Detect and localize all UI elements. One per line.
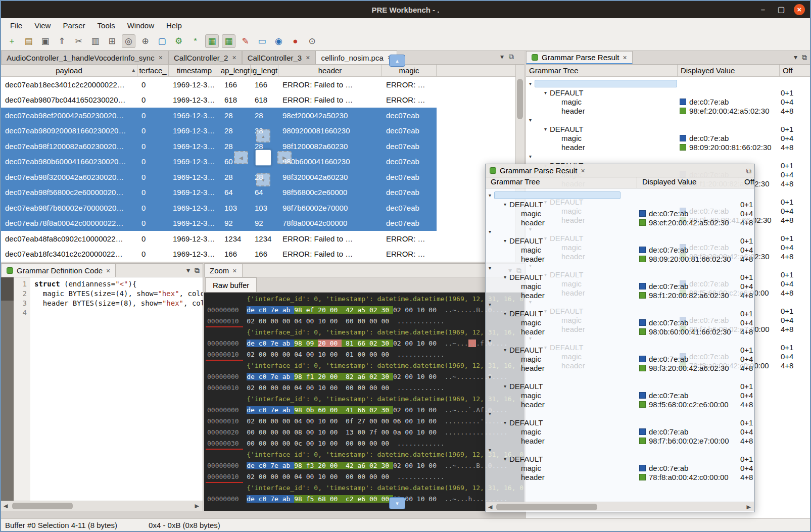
tree-row[interactable]: ▾ xyxy=(486,227,754,236)
tree-row[interactable]: ▾DEFAULT0+1 xyxy=(486,381,754,391)
paste-icon[interactable]: ▥ xyxy=(88,34,102,48)
table-row[interactable]: dec07eab18fc3401c2c20000022…01969-12-3…1… xyxy=(1,247,515,262)
close-button[interactable]: × xyxy=(794,4,805,15)
grid-view-alt-icon[interactable]: ▦ xyxy=(222,34,235,48)
scrollbar-thumb[interactable] xyxy=(496,504,597,510)
tree-row[interactable]: ▾ xyxy=(526,152,810,161)
tree-row[interactable]: ▾DEFAULT0+1 xyxy=(486,454,754,463)
result-titlebar[interactable]: Grammar Parse Result × ▾ ⧉ xyxy=(526,51,810,65)
table-row[interactable]: dec07eab98f7b60002e70000020…01969-12-3…1… xyxy=(1,200,515,216)
screen-icon[interactable]: ▢ xyxy=(155,34,169,48)
expand-chevron-icon[interactable]: ▾ xyxy=(489,302,491,307)
floating-titlebar[interactable]: Grammar Parse Result × ⧉ xyxy=(486,164,754,177)
column-header-ig_lengt[interactable]: ig_lengt xyxy=(251,65,278,76)
tree-row[interactable]: ▾ xyxy=(526,79,810,88)
expand-chevron-icon[interactable]: ▾ xyxy=(504,456,506,462)
column-header-displayed-value[interactable]: Displayed Value xyxy=(678,65,780,76)
scrollbar-thumb[interactable] xyxy=(517,79,523,119)
close-panel-icon[interactable]: × xyxy=(623,54,627,62)
tree-row[interactable]: header98:0b:60:00:41:66:02:304+8 xyxy=(486,327,754,336)
tree-row[interactable]: magicde:c0:7e:ab0+4 xyxy=(526,97,810,106)
doc-tab[interactable]: CallController_3× xyxy=(242,51,316,64)
expand-chevron-icon[interactable]: ▾ xyxy=(504,202,506,207)
tab-close-icon[interactable]: × xyxy=(306,54,310,62)
tree-row[interactable]: ▾ xyxy=(486,300,754,309)
inspect-window-icon[interactable]: ◉ xyxy=(272,34,285,48)
open-window-icon[interactable]: ▭ xyxy=(255,34,269,48)
hex-line[interactable]: 00000000 de c0 7e ab 98 ef 20 00 42 a5 0… xyxy=(204,305,524,316)
tree-row[interactable]: ▾ xyxy=(486,409,754,418)
hex-line[interactable]: 00000010 02 00 00 00 04 00 10 00 0f 27 0… xyxy=(204,416,524,427)
expand-chevron-icon[interactable]: ▾ xyxy=(544,126,547,132)
close-panel-icon[interactable]: × xyxy=(106,267,110,275)
maximize-button[interactable]: ▢ xyxy=(776,4,787,15)
expand-chevron-icon[interactable]: ▾ xyxy=(489,411,491,416)
doc-tab[interactable]: cellinfo_nosim.pca× xyxy=(315,51,397,64)
float-panel-icon[interactable]: ⧉ xyxy=(195,266,200,275)
tree-row[interactable]: magicde:c0:7e:ab0+4 xyxy=(486,281,754,291)
tree-row[interactable]: magicde:c0:7e:ab0+4 xyxy=(526,133,810,142)
code-text-area[interactable]: struct (endianness="<"){ magic BYTES(siz… xyxy=(30,277,203,501)
tree-row[interactable]: ▾DEFAULT0+1 xyxy=(486,309,754,318)
menu-help[interactable]: Help xyxy=(160,20,188,31)
tree-row[interactable]: header98:09:20:00:81:66:02:304+8 xyxy=(526,142,810,152)
tree-row[interactable]: header98:ef:20:00:42:a5:02:304+8 xyxy=(526,106,810,115)
column-header-header[interactable]: header xyxy=(278,65,382,76)
hex-line[interactable]: 00000010 02 00 00 00 04 00 10 00 00 00 0… xyxy=(204,471,524,482)
hex-line[interactable]: 00000000 de c0 7e ab 98 f3 20 00 42 a6 0… xyxy=(204,460,524,471)
column-header-offset[interactable]: Off xyxy=(780,65,810,76)
tree-row[interactable]: magicde:c0:7e:ab0+4 xyxy=(486,463,754,472)
tab-menu-icon[interactable]: ▾ xyxy=(500,53,504,61)
copy-icon[interactable]: ⊞ xyxy=(105,34,119,48)
float-panel-icon[interactable]: ⧉ xyxy=(746,167,751,175)
tree-row[interactable]: ▾DEFAULT0+1 xyxy=(486,200,754,209)
search-icon[interactable]: ⊙ xyxy=(305,34,319,48)
expand-chevron-icon[interactable]: ▾ xyxy=(489,447,491,453)
menu-window[interactable]: Window xyxy=(121,20,160,31)
expand-chevron-icon[interactable]: ▾ xyxy=(529,117,532,123)
tree-row[interactable]: header98:09:20:00:81:66:02:304+8 xyxy=(486,254,754,263)
tree-row[interactable]: magicde:c0:7e:ab0+4 xyxy=(486,318,754,327)
tree-row[interactable]: ▾ xyxy=(486,336,754,345)
parse-result-tree[interactable]: ▾▾DEFAULT0+1magicde:c0:7e:ab0+4header98:… xyxy=(486,188,754,501)
scrollbar-thumb[interactable] xyxy=(12,503,73,509)
preview-icon[interactable]: ◎ xyxy=(122,34,135,48)
hex-line[interactable]: 00000000 de c0 7e ab 98 f1 20 00 82 a6 0… xyxy=(204,371,524,382)
zoom-titlebar[interactable]: Zoom × ▾ ⧉ xyxy=(204,264,524,277)
tree-row[interactable]: magicde:c0:7e:ab0+4 xyxy=(486,354,754,363)
plugin-icon[interactable]: * xyxy=(188,34,202,48)
code-horizontal-scrollbar[interactable]: ◀ ▶ xyxy=(1,501,203,511)
hex-line[interactable]: 00000000 de c0 7e ab 98 f5 68 00 c2 e6 0… xyxy=(204,494,524,505)
tree-row[interactable]: ▾DEFAULT0+1 xyxy=(486,236,754,245)
close-panel-icon[interactable]: × xyxy=(232,267,236,275)
hex-dump-view[interactable]: {'interface_id': 0, 'timestamp': datetim… xyxy=(204,293,524,511)
tree-row[interactable]: ▾ xyxy=(486,263,754,272)
tree-row[interactable]: header98:f7:b6:00:02:e7:00:004+8 xyxy=(486,436,754,445)
expand-chevron-icon[interactable]: ▾ xyxy=(489,192,491,198)
expand-chevron-icon[interactable]: ▾ xyxy=(489,229,491,234)
expand-chevron-icon[interactable]: ▾ xyxy=(504,238,506,244)
dock-edge-top-icon[interactable]: ▴ xyxy=(389,55,405,67)
grammar-code-tab[interactable]: Grammar Definition Code × xyxy=(1,264,116,277)
scrollbar-thumb[interactable] xyxy=(1,277,14,301)
tree-row[interactable]: ▾ xyxy=(526,115,810,124)
float-panel-icon[interactable]: ⧉ xyxy=(802,53,807,62)
table-row[interactable]: dec07eab78f8a00042c00000022…01969-12-3…9… xyxy=(1,216,515,231)
column-header-timestamp[interactable]: timestamp xyxy=(169,65,220,76)
expand-chevron-icon[interactable]: ▾ xyxy=(529,154,532,159)
menu-parser[interactable]: Parser xyxy=(57,20,91,31)
hex-line[interactable]: 00000000 de c0 7e ab 98 09 20 00 81 66 0… xyxy=(204,338,524,349)
pin-icon[interactable]: ● xyxy=(289,34,302,48)
save-icon[interactable]: ▣ xyxy=(38,34,52,48)
tab-float-icon[interactable]: ⧉ xyxy=(509,53,514,61)
menu-file[interactable]: File xyxy=(4,20,28,31)
hex-line[interactable]: 00000010 02 00 00 00 04 00 10 00 00 00 0… xyxy=(204,316,524,327)
tab-close-icon[interactable]: × xyxy=(232,54,236,62)
doc-tab[interactable]: AudioController_1_handleVocoderInfo_sync… xyxy=(1,51,168,64)
import-icon[interactable]: ⇑ xyxy=(55,34,69,48)
hex-line[interactable]: 00000010 02 00 00 00 04 00 10 00 00 00 0… xyxy=(204,382,524,394)
expand-chevron-icon[interactable]: ▾ xyxy=(504,420,506,425)
annotate-pen-icon[interactable]: ✎ xyxy=(238,34,252,48)
scroll-left-icon[interactable]: ◀ xyxy=(488,504,492,510)
tree-row[interactable]: ▾DEFAULT0+1 xyxy=(526,124,810,133)
